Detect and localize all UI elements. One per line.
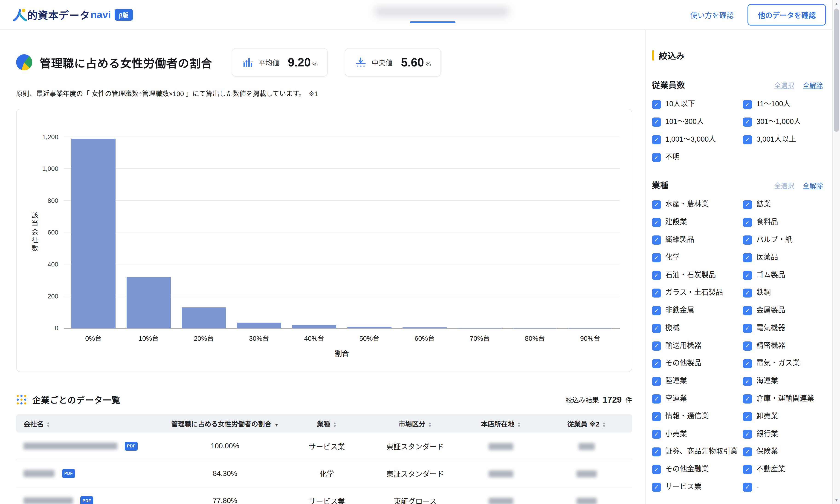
select-all-link[interactable]: 全選択: [774, 180, 794, 190]
filter-option[interactable]: ✓陸運業: [652, 376, 739, 386]
filter-option[interactable]: ✓食料品: [743, 217, 823, 227]
column-header[interactable]: 管理職に占める女性労働者の割合▼: [166, 414, 284, 432]
checkbox-checked-icon[interactable]: ✓: [743, 289, 752, 298]
checkbox-checked-icon[interactable]: ✓: [743, 447, 752, 457]
checkbox-checked-icon[interactable]: ✓: [652, 483, 661, 492]
filter-option[interactable]: ✓卸売業: [743, 412, 823, 421]
sort-desc-icon[interactable]: ▼: [274, 422, 279, 428]
filter-option[interactable]: ✓その他金融業: [652, 465, 739, 474]
pdf-icon[interactable]: PDF: [62, 469, 75, 478]
sort-icon[interactable]: ▲▼: [333, 421, 337, 428]
filter-option[interactable]: ✓ゴム製品: [743, 270, 823, 280]
checkbox-checked-icon[interactable]: ✓: [652, 341, 661, 350]
filter-option[interactable]: ✓その他製品: [652, 358, 739, 368]
filter-option[interactable]: ✓海運業: [743, 376, 823, 386]
filter-option[interactable]: ✓空運業: [652, 394, 739, 403]
scrollbar-thumb[interactable]: [834, 8, 839, 131]
checkbox-checked-icon[interactable]: ✓: [652, 359, 661, 368]
filter-option[interactable]: ✓電気・ガス業: [743, 358, 823, 368]
sort-icon[interactable]: ▲▼: [517, 421, 521, 428]
filter-option[interactable]: ✓医薬品: [743, 253, 823, 262]
filter-option[interactable]: ✓不明: [652, 152, 739, 162]
filter-option[interactable]: ✓非鉄金属: [652, 306, 739, 315]
checkbox-checked-icon[interactable]: ✓: [743, 306, 752, 315]
help-link[interactable]: 使い方を確認: [690, 10, 734, 20]
table-row[interactable]: PDF84.30%化学東証スタンダード: [16, 460, 632, 487]
filter-option[interactable]: ✓3,001人以上: [743, 135, 823, 144]
filter-option[interactable]: ✓1,001〜3,000人: [652, 135, 739, 144]
filter-option[interactable]: ✓-: [743, 482, 823, 492]
page-scrollbar[interactable]: ▲ ▼: [833, 0, 840, 504]
checkbox-checked-icon[interactable]: ✓: [743, 135, 752, 144]
scrollbar-down-arrow[interactable]: ▼: [834, 496, 838, 504]
filter-option[interactable]: ✓鉱業: [743, 200, 823, 209]
checkbox-checked-icon[interactable]: ✓: [652, 118, 661, 127]
clear-all-link[interactable]: 全解除: [803, 80, 823, 90]
filter-option[interactable]: ✓銀行業: [743, 429, 823, 439]
sort-icon[interactable]: ▲▼: [428, 421, 432, 428]
filter-option[interactable]: ✓301〜1,000人: [743, 117, 823, 127]
checkbox-checked-icon[interactable]: ✓: [743, 271, 752, 280]
filter-option[interactable]: ✓繊維製品: [652, 235, 739, 245]
filter-option[interactable]: ✓建設業: [652, 217, 739, 227]
checkbox-checked-icon[interactable]: ✓: [743, 218, 752, 227]
app-logo[interactable]: 的資本データ navi β版: [13, 7, 133, 22]
checkbox-checked-icon[interactable]: ✓: [652, 324, 661, 333]
checkbox-checked-icon[interactable]: ✓: [743, 235, 752, 245]
filter-option[interactable]: ✓精密機器: [743, 341, 823, 350]
filter-option[interactable]: ✓101〜300人: [652, 117, 739, 127]
select-all-link[interactable]: 全選択: [774, 80, 794, 90]
filter-option[interactable]: ✓ガラス・土石製品: [652, 288, 739, 298]
checkbox-checked-icon[interactable]: ✓: [652, 135, 661, 144]
filter-option[interactable]: ✓鉄鋼: [743, 288, 823, 298]
pdf-icon[interactable]: PDF: [125, 442, 138, 451]
checkbox-checked-icon[interactable]: ✓: [743, 324, 752, 333]
filter-option[interactable]: ✓保険業: [743, 447, 823, 456]
checkbox-checked-icon[interactable]: ✓: [743, 483, 752, 492]
checkbox-checked-icon[interactable]: ✓: [652, 430, 661, 439]
filter-option[interactable]: ✓輸送用機器: [652, 341, 739, 350]
column-header[interactable]: 業種▲▼: [284, 414, 370, 432]
clear-all-link[interactable]: 全解除: [803, 180, 823, 190]
checkbox-checked-icon[interactable]: ✓: [743, 100, 752, 109]
column-header[interactable]: 従業員 ※2▲▼: [541, 414, 632, 432]
column-header[interactable]: 本店所在地▲▼: [461, 414, 541, 432]
checkbox-checked-icon[interactable]: ✓: [652, 412, 661, 421]
sort-icon[interactable]: ▲▼: [602, 421, 606, 428]
checkbox-checked-icon[interactable]: ✓: [652, 394, 661, 403]
filter-option[interactable]: ✓10人以下: [652, 99, 739, 109]
scrollbar-up-arrow[interactable]: ▲: [834, 0, 838, 8]
filter-option[interactable]: ✓倉庫・運輸関連業: [743, 394, 823, 403]
checkbox-checked-icon[interactable]: ✓: [743, 359, 752, 368]
checkbox-checked-icon[interactable]: ✓: [652, 306, 661, 315]
checkbox-checked-icon[interactable]: ✓: [743, 200, 752, 210]
filter-option[interactable]: ✓電気機器: [743, 323, 823, 333]
checkbox-checked-icon[interactable]: ✓: [652, 253, 661, 262]
checkbox-checked-icon[interactable]: ✓: [652, 200, 661, 210]
checkbox-checked-icon[interactable]: ✓: [652, 218, 661, 227]
filter-option[interactable]: ✓化学: [652, 253, 739, 262]
checkbox-checked-icon[interactable]: ✓: [652, 153, 661, 162]
checkbox-checked-icon[interactable]: ✓: [743, 394, 752, 403]
table-row[interactable]: PDF77.80%サービス業東証グロース: [16, 487, 632, 504]
filter-option[interactable]: ✓サービス業: [652, 482, 739, 492]
checkbox-checked-icon[interactable]: ✓: [743, 118, 752, 127]
filter-option[interactable]: ✓石油・石炭製品: [652, 270, 739, 280]
column-header[interactable]: 会社名▲▼: [16, 414, 166, 432]
filter-option[interactable]: ✓11〜100人: [743, 99, 823, 109]
other-data-button[interactable]: 他のデータを確認: [748, 4, 826, 25]
checkbox-checked-icon[interactable]: ✓: [652, 377, 661, 386]
checkbox-checked-icon[interactable]: ✓: [743, 377, 752, 386]
checkbox-checked-icon[interactable]: ✓: [743, 341, 752, 350]
table-row[interactable]: PDF100.00%サービス業東証スタンダード: [16, 432, 632, 460]
filter-option[interactable]: ✓不動産業: [743, 465, 823, 474]
sort-icon[interactable]: ▲▼: [46, 421, 50, 428]
checkbox-checked-icon[interactable]: ✓: [652, 100, 661, 109]
checkbox-checked-icon[interactable]: ✓: [652, 289, 661, 298]
filter-option[interactable]: ✓金属製品: [743, 306, 823, 315]
column-header[interactable]: 市場区分▲▼: [370, 414, 461, 432]
filter-option[interactable]: ✓水産・農林業: [652, 200, 739, 209]
filter-option[interactable]: ✓パルプ・紙: [743, 235, 823, 245]
checkbox-checked-icon[interactable]: ✓: [743, 253, 752, 262]
pdf-icon[interactable]: PDF: [80, 496, 93, 504]
